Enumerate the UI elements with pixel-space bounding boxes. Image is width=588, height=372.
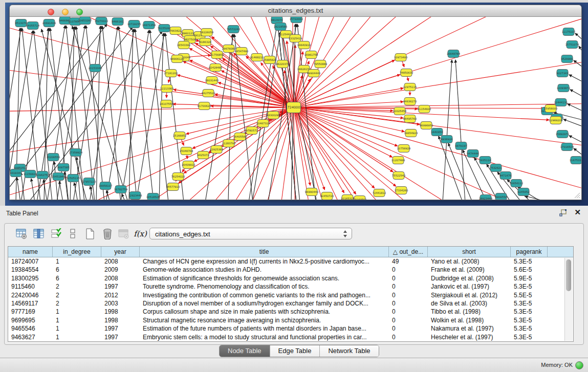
table-cell: Franke et al. (2009) xyxy=(428,266,511,274)
graph-node-label: 84547490 xyxy=(235,50,248,53)
graph-node-label: 12969201 xyxy=(549,119,562,122)
graph-node-label: 11207466 xyxy=(391,159,405,162)
graph-node-label: 31756850 xyxy=(210,53,224,56)
graph-node-label: 92428480 xyxy=(209,66,222,69)
graph-node-label: 11156829 xyxy=(24,172,37,176)
scrollbar-thumb[interactable] xyxy=(566,259,571,291)
close-panel-icon[interactable]: ✕ xyxy=(574,208,581,217)
network-graph[interactable]: 8513074140557142069140694668612107854510… xyxy=(10,17,581,200)
new-table-icon[interactable] xyxy=(83,227,97,240)
column-header-pagerank[interactable]: pagerank xyxy=(511,247,548,257)
table-cell: 2012 xyxy=(101,291,140,299)
graph-node-label: 8938924 xyxy=(441,138,453,141)
graph-node-label: 10653287 xyxy=(78,19,92,22)
graph-node-label: 18226058 xyxy=(200,31,213,34)
table-cell: 2003 xyxy=(101,299,140,308)
column-header-title[interactable]: title xyxy=(140,247,389,257)
table-cell: 1 xyxy=(53,308,101,316)
table-row[interactable]: 1456911722003Disruption of a novel membe… xyxy=(8,299,573,308)
table-cell: 2 xyxy=(53,282,101,291)
graph-node-label: 10467310 xyxy=(256,122,270,125)
table-vertical-scrollbar[interactable] xyxy=(564,258,573,341)
select-all-icon[interactable] xyxy=(50,227,63,240)
graph-node-label: 18923448 xyxy=(479,197,492,200)
graph-node-label: 17334260 xyxy=(395,189,408,192)
graph-node-label: 79550889 xyxy=(314,62,327,65)
canvas-resize-grip[interactable] xyxy=(574,192,580,199)
table-row[interactable]: 977716911998Corpus callosum shape and si… xyxy=(8,308,573,316)
graph-node-label: 8960123 xyxy=(182,32,193,35)
graph-node-label: 18300295 xyxy=(267,114,280,117)
table-row[interactable]: 946554611997Estimation of the future num… xyxy=(8,324,573,333)
graph-node-label: 18049563 xyxy=(353,198,366,200)
table-cell: Wolkin et al. (1998) xyxy=(428,316,511,324)
graph-node-label: 12925383 xyxy=(210,148,223,151)
table-cell: 0 xyxy=(389,324,428,333)
graph-node-label: 19654923 xyxy=(404,132,418,135)
table-cell: 18300295 xyxy=(8,274,53,282)
table-row[interactable]: 1938455462009Genome-wide association stu… xyxy=(8,266,573,274)
table-cell: Tourette syndrome. Phenomenology and cla… xyxy=(140,282,389,291)
column-header-in_degree[interactable]: in_degree xyxy=(53,247,101,257)
rows-icon[interactable] xyxy=(66,227,79,240)
graph-node-label: 20153346 xyxy=(89,67,102,70)
graph-node-label: 10654112 xyxy=(510,182,523,185)
table-cell: Yano et al. (2008) xyxy=(428,257,511,266)
column-header-short[interactable]: short xyxy=(428,247,511,257)
application-window: { "window": { "title": "citations_edges.… xyxy=(0,0,588,372)
table-cell: 0 xyxy=(389,266,428,274)
column-header-year[interactable]: year xyxy=(101,247,140,257)
graph-node-label: 12444131 xyxy=(554,101,568,104)
table-cell: Genome-wide association studies in ADHD. xyxy=(140,266,389,274)
graph-node-label: 16543392 xyxy=(177,43,190,47)
graph-node-label: 19958107 xyxy=(99,184,112,187)
table-cell: 19384554 xyxy=(8,266,53,274)
graph-node-label: 98495760 xyxy=(403,117,417,120)
network-canvas[interactable]: 8513074140557142069140694668612107854510… xyxy=(10,17,581,200)
table-cell: 1997 xyxy=(101,333,140,341)
graph-node-label: 15166852 xyxy=(173,134,186,137)
table-settings-icon[interactable] xyxy=(15,227,28,240)
graph-node-label: 76155260 xyxy=(158,27,171,30)
graph-node-label: 10756928 xyxy=(397,147,410,150)
graph-node-label: 6879197 xyxy=(455,144,467,147)
network-window: citations_edges.txt 85130741405571420691… xyxy=(9,5,582,200)
table-cell: de Silva et al. (2003) xyxy=(428,299,511,308)
graph-node-label: 16648784 xyxy=(447,52,461,55)
table-cell: 1997 xyxy=(101,324,140,333)
graph-node-label: 15885820 xyxy=(263,58,276,61)
table-cell: 0 xyxy=(389,316,428,324)
graph-node-label: 20206556 xyxy=(47,156,60,159)
table-cell: 9463627 xyxy=(8,333,53,341)
tab-node-table[interactable]: Node Table xyxy=(220,345,270,357)
function-builder-icon[interactable]: f(x) xyxy=(134,227,147,240)
table-cell: 2009 xyxy=(101,266,140,274)
table-row[interactable]: 1872400712008Changes of HCN gene express… xyxy=(8,257,573,266)
table-row[interactable]: 2242004622012Investigating the contribut… xyxy=(8,291,573,299)
table-row[interactable]: 946362711997Embryonic stem cells: a mode… xyxy=(8,333,573,341)
table-row[interactable]: 969969511998Structural magnetic resonanc… xyxy=(8,316,573,324)
graph-node-label: 15722002 xyxy=(290,17,303,20)
table-cell: 5.3E-5 xyxy=(511,316,548,324)
import-table-icon[interactable] xyxy=(117,227,130,240)
table-header-row: namein_degreeyeartitle△ out_de...shortpa… xyxy=(8,247,573,257)
float-panel-icon[interactable] xyxy=(559,209,568,216)
tab-network-table[interactable]: Network Table xyxy=(320,345,378,357)
table-cell: 2008 xyxy=(101,274,140,282)
table-column-icon[interactable] xyxy=(32,227,46,240)
graph-node-label: 12505135 xyxy=(67,177,80,180)
table-row[interactable]: 911546021997Tourette syndrome. Phenomeno… xyxy=(8,282,573,291)
graph-node-label: 17016504 xyxy=(560,145,574,148)
graph-node-label: 15892971 xyxy=(556,133,569,136)
table-row[interactable]: 1830029562008Estimation of significance … xyxy=(8,274,573,282)
column-header-out_de[interactable]: △ out_de... xyxy=(389,247,428,257)
graph-node-label: 98220370 xyxy=(276,62,289,65)
delete-table-icon[interactable] xyxy=(101,227,114,240)
graph-node-label: 9097585 xyxy=(57,166,69,169)
graph-node-label: 15751074 xyxy=(565,43,579,46)
table-cell: 9777169 xyxy=(8,308,53,316)
column-header-name[interactable]: name xyxy=(8,247,53,257)
network-select-dropdown[interactable]: citations_edges.txt xyxy=(149,228,352,239)
table-cell: 5.3E-5 xyxy=(511,282,548,291)
tab-edge-table[interactable]: Edge Table xyxy=(270,345,320,357)
